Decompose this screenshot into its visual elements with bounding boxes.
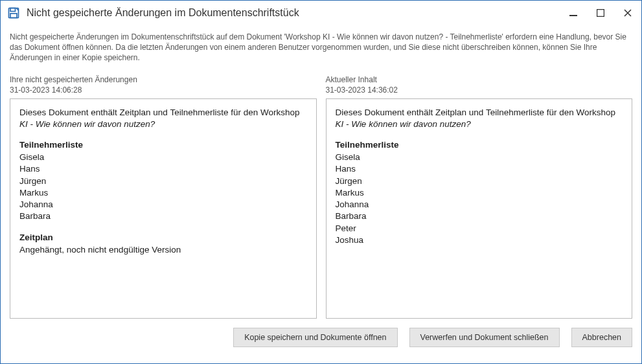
left-panel-timestamp: 31-03-2023 14:06:28 [10, 85, 317, 95]
left-schedule-title: Zeitplan [19, 232, 307, 244]
left-panel-content[interactable]: Dieses Dokument enthält Zeitplan und Tei… [10, 98, 317, 319]
discard-close-button[interactable]: Verwerfen und Dokument schließen [409, 328, 560, 347]
right-panel-content[interactable]: Dieses Dokument enthält Zeitplan und Tei… [326, 98, 633, 319]
left-panel-header: Ihre nicht gespeicherten Änderungen [10, 75, 317, 84]
list-item: Gisela [336, 152, 623, 163]
list-item: Joshua [336, 234, 623, 246]
right-panel-header: Aktueller Inhalt [326, 75, 633, 84]
button-row: Kopie speichern und Dokumente öffnen Ver… [10, 328, 632, 347]
left-schedule-text: Angehängt, noch nicht endgültige Version [19, 244, 307, 256]
list-item: Barbara [19, 210, 307, 222]
list-item: Barbara [336, 210, 623, 222]
right-intro-prefix: Dieses Dokument enthält Zeitplan und Tei… [336, 108, 615, 117]
list-item: Hans [336, 163, 623, 175]
minimize-button[interactable] [567, 7, 579, 19]
right-participants-list: Gisela Hans Jürgen Markus Johanna Barbar… [336, 152, 623, 246]
right-intro: Dieses Dokument enthält Zeitplan und Tei… [336, 107, 623, 130]
maximize-button[interactable] [595, 7, 606, 19]
left-intro: Dieses Dokument enthält Zeitplan und Tei… [19, 107, 307, 130]
right-panel-timestamp: 31-03-2023 14:36:02 [326, 85, 633, 95]
save-copy-button[interactable]: Kopie speichern und Dokumente öffnen [233, 328, 397, 347]
save-icon [7, 6, 20, 19]
list-item: Markus [336, 187, 623, 199]
list-item: Jürgen [336, 176, 623, 187]
svg-rect-2 [10, 14, 17, 18]
window-title: Nicht gespeicherte Änderungen im Dokumen… [27, 7, 567, 19]
svg-rect-1 [10, 8, 16, 12]
titlebar: Nicht gespeicherte Änderungen im Dokumen… [1, 1, 641, 25]
svg-rect-4 [597, 10, 604, 17]
close-button[interactable] [622, 7, 634, 19]
description-text: Nicht gespeicherte Änderungen im Dokumen… [10, 32, 632, 63]
list-item: Markus [19, 187, 307, 199]
left-panel: Ihre nicht gespeicherten Änderungen 31-0… [10, 75, 317, 319]
list-item: Jürgen [19, 176, 307, 187]
right-participants-title: Teilnehmerliste [336, 139, 623, 151]
list-item: Johanna [19, 199, 307, 210]
left-participants-title: Teilnehmerliste [19, 139, 307, 151]
left-intro-prefix: Dieses Dokument enthält Zeitplan und Tei… [19, 108, 299, 117]
right-intro-title: KI - Wie können wir davon nutzen? [336, 119, 471, 129]
left-participants-list: Gisela Hans Jürgen Markus Johanna Barbar… [19, 152, 307, 222]
window-controls [567, 7, 634, 19]
cancel-button[interactable]: Abbrechen [571, 328, 632, 347]
right-panel: Aktueller Inhalt 31-03-2023 14:36:02 Die… [326, 75, 633, 319]
list-item: Hans [19, 163, 307, 175]
svg-rect-3 [569, 15, 577, 16]
list-item: Johanna [336, 199, 623, 210]
left-intro-title: KI - Wie können wir davon nutzen? [19, 119, 155, 129]
list-item: Peter [336, 223, 623, 234]
list-item: Gisela [19, 152, 307, 163]
compare-panels: Ihre nicht gespeicherten Änderungen 31-0… [10, 75, 632, 319]
